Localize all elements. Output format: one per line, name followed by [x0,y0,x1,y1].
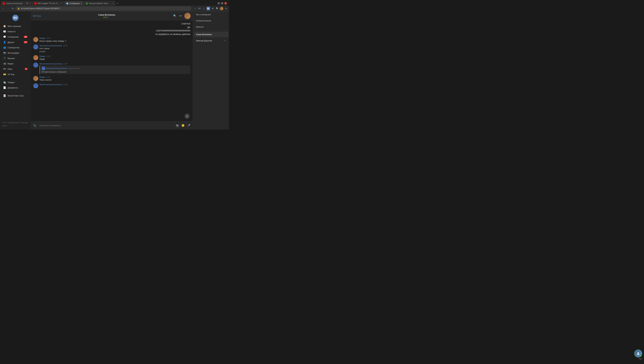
msg-sender-name-3: Саша [40,55,45,58]
ext-icon-1[interactable]: ⚙ [211,7,214,10]
right-panel-important[interactable]: Важные [194,24,228,30]
close-button[interactable]: ✕ [224,2,227,5]
camera-button[interactable]: 📷 [175,123,180,128]
footer-dev[interactable]: Разработчикам [8,122,20,124]
chat-header-actions: 🔍 ••• [173,14,183,18]
sidebar-label-news: Новости [8,30,28,33]
new-tab-button[interactable]: + [116,1,120,5]
tab-favicon-1 [3,2,5,5]
browser-chrome: сосиска киллер флексит но... 🔇 ✕ WiFi ad… [0,0,229,12]
tab-title-2: WiFi adapter TP-Link TL-WN725... [38,2,60,5]
sidebar-item-video[interactable]: 📹 Видео [1,61,30,66]
messages-area[interactable]: СЛИТАЯ ДА СЛИТАЯЯЯЯЯЯЯЯЯЯЯЯЯЯЯЯЯ ты пруф… [31,20,193,121]
minimize-button[interactable]: – [218,2,220,5]
msg-sender-name-2: Ъъъъъъъъъъъъъъъ [40,44,62,47]
outgoing-text-3: СЛИТАЯЯЯЯЯЯЯЯЯЯЯЯЯЯЯЯЯ [156,29,190,32]
sidebar-item-photos[interactable]: 📷 Фотографии [1,50,30,56]
sidebar-item-groups[interactable]: 👥 Сообщества [1,45,30,50]
scroll-down-button[interactable]: ∨ [184,114,190,119]
toolbar-icons: ☆ ВК ⊙ ВК ⚙ 🔍 ▾ [194,7,228,10]
url-bar[interactable]: 🔒 vk.com/im?peers=500619711&sel=26229687… [16,7,191,11]
tab-youtube-1[interactable]: сосиска киллер флексит но... 🔇 ✕ [1,1,32,6]
bookmark-icon[interactable]: ☆ [194,7,197,10]
right-panel-unread[interactable]: Непрочитанные [194,18,228,24]
tab-close-1[interactable]: 🔇 [26,2,28,5]
back-button[interactable]: ← [1,7,5,11]
tab-favicon-3: ВК [66,2,68,5]
sidebar-item-poker[interactable]: 🃏 World Poker Club [1,93,30,98]
sidebar-item-docs[interactable]: 📄 Документы [1,85,30,90]
chat-window: ◀ Назад Саша Белоконь online 📱 🔍 ••• [31,12,229,130]
msg-sender-name-6: Ъъъъъъъъъъъъъъъ [40,83,62,86]
forwarded-block: Ъъъъъъъъъъъъъъъ сегодня в 9:54 38 пересл… [40,66,190,74]
sasha-avatar-1 [33,37,38,42]
msg-time-4: 11:00 [63,63,68,65]
sidebar-logo[interactable]: ВК [0,13,31,23]
sidebar-label-video: Видео [8,63,28,65]
tab-vimeworld[interactable]: Личный кабинет VimeWorld ✕ [84,1,116,6]
msg-text-3: Пруф [40,58,190,61]
message-input[interactable] [38,123,174,128]
footer-more[interactable]: Еще ▾ [2,125,8,127]
tab-vk-messages[interactable]: ВК Сообщения ✕ [64,1,84,6]
friends-badge: 67 [24,41,28,43]
right-panel-all-messages[interactable]: Все сообщения [194,12,228,17]
contact-close-maxim[interactable]: ✕ [224,39,226,42]
search-chat-button[interactable]: 🔍 [173,14,177,18]
sidebar-label-market: Товары [8,81,28,84]
opera-icon[interactable]: ⊙ [202,7,206,10]
sidebar-item-friends[interactable]: 👤 Друзья 67 [1,40,30,45]
right-panel-contact-maxim[interactable]: Максим Дорохов ✕ [194,38,228,44]
sidebar-item-music[interactable]: 🎵 Музыка [1,56,30,61]
sidebar-item-news[interactable]: 📰 Новости [1,29,30,34]
tab-youtube-2[interactable]: WiFi adapter TP-Link TL-WN725... ✕ [33,1,64,6]
sidebar-label-mypage: Моя страница [8,25,28,27]
menu-icon[interactable]: ▾ [224,7,228,10]
maximize-button[interactable]: □ [221,2,223,5]
footer-ad[interactable]: Реклама [21,122,28,124]
msg-sender-row-5: Саша 11:00 [40,76,190,78]
chat-contact-avatar[interactable] [184,13,190,19]
sidebar-item-games[interactable]: 🎮 Игры 1 [1,66,30,72]
more-options-button[interactable]: ••• [178,14,183,18]
emoji-button[interactable]: 😊 [181,123,185,128]
sidebar-item-vkpay[interactable]: 💳 VK Pay [1,72,30,77]
vk-ext-icon[interactable]: ВК [206,7,210,10]
right-panel-contact-sasha[interactable]: Саша Белоконь [194,32,228,37]
video-icon: 📹 [3,62,6,65]
vkpay-icon: 💳 [3,73,6,76]
tab-close-btn-4[interactable]: ✕ [112,2,114,5]
tab-close-btn-2[interactable]: ✕ [61,2,62,5]
tab-close-btn-1[interactable]: ✕ [29,2,31,5]
message-row-sasha-1: Саша 10:59 Кинул пруфы кому нибудь ? [33,37,190,43]
msg-text-2b: а что? [40,50,190,53]
sidebar-item-mypage[interactable]: 🏠 Моя страница [1,24,30,29]
voice-button[interactable]: 🎤 [186,123,191,128]
vk-toolbar-icon[interactable]: ВК [198,7,201,10]
message-content-partial: Ъъъъъъъъъъъъъъъ 11:00 [40,83,190,86]
user-icon[interactable] [220,7,223,10]
forwarded-header: Ъъъъъъъъъъъъъъъ сегодня в 9:54 [42,66,189,70]
footer-blog[interactable]: Блог [2,122,6,124]
reload-button[interactable]: ↻ [11,7,14,11]
outgoing-text-2: ДА [187,26,190,29]
tab-close-btn-3[interactable]: ✕ [80,2,82,5]
user-avatar-1 [33,44,38,50]
tab-title-1: сосиска киллер флексит но... [6,2,25,5]
user-avatar-3 [33,83,38,88]
msg-text-1: Кинул пруфы кому нибудь ? [40,40,190,43]
sidebar-label-friends: Друзья [8,41,22,44]
tab-bar: сосиска киллер флексит но... 🔇 ✕ WiFi ad… [0,0,229,6]
message-content-sasha-2: Саша 11:00 Пруф [40,55,190,61]
window-controls: – □ ✕ [218,2,228,5]
back-button-chat[interactable]: ◀ Назад [33,15,41,17]
forward-button[interactable]: → [6,7,10,11]
sidebar-footer: Блог Разработчикам Реклама Еще ▾ [0,120,31,128]
online-label: online [103,16,108,18]
search-icon[interactable]: 🔍 [216,7,219,10]
attach-button[interactable]: 📎 [32,123,37,128]
msg-time-3: 11:00 [46,55,50,57]
tab-title-4: Личный кабинет VimeWorld [89,2,111,5]
sidebar-item-market[interactable]: 🛍️ Товары [1,80,30,85]
sidebar-item-messages[interactable]: 💬 Сообщения 28 [1,34,30,40]
